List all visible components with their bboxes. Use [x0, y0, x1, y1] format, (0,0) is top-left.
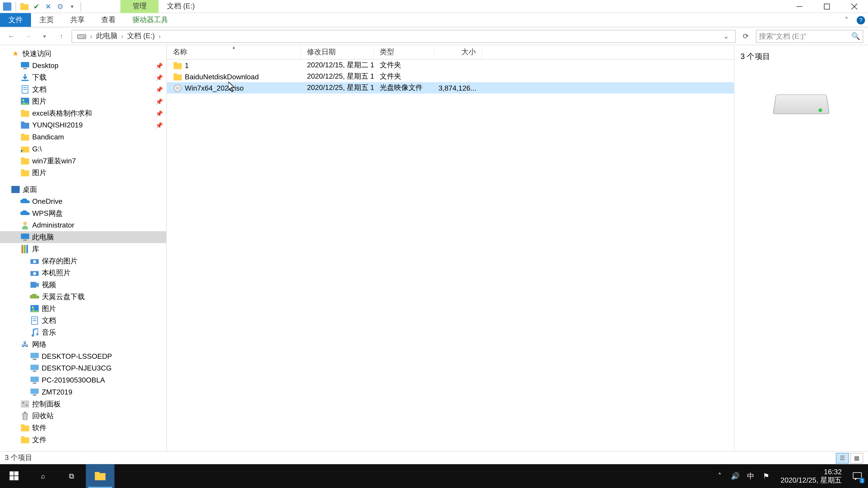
nav-item[interactable]: DESKTOP-LSSOEDP — [0, 350, 166, 362]
chevron-right-icon[interactable]: › — [157, 32, 162, 40]
volume-icon[interactable]: 🔊 — [731, 471, 740, 481]
file-list: ▴ 名称 修改日期 类型 大小 12020/12/15, 星期二 1...文件夹… — [167, 45, 734, 451]
forward-button[interactable]: → — [22, 30, 35, 43]
history-dropdown[interactable]: ▾ — [38, 30, 51, 43]
view-details-button[interactable]: ☰ — [836, 453, 849, 463]
nav-item[interactable]: 视频 — [0, 279, 166, 291]
view-thumbnails-button[interactable]: ▦ — [850, 453, 863, 463]
nav-item[interactable]: 保存的图片 — [0, 255, 166, 267]
nav-item[interactable]: OneDrive — [0, 195, 166, 207]
context-tab[interactable]: 管理 — [121, 0, 159, 13]
breadcrumb-drive-icon[interactable] — [74, 33, 89, 40]
nav-item[interactable]: 控制面板 — [0, 398, 166, 410]
control-icon — [20, 399, 30, 409]
column-date[interactable]: 修改日期 — [301, 45, 374, 59]
nav-item[interactable]: 下载📌 — [0, 71, 166, 84]
breadcrumb[interactable]: › 此电脑 › 文档 (E:) › ⌄ — [71, 30, 736, 43]
nav-item[interactable]: 库 — [0, 243, 166, 255]
tab-file[interactable]: 文件 — [0, 13, 31, 27]
nav-desktop[interactable]: 桌面 — [0, 184, 166, 195]
nav-item[interactable]: 文档📌 — [0, 84, 166, 95]
chevron-right-icon[interactable]: › — [120, 32, 125, 40]
breadcrumb-segment-current[interactable]: 文档 (E:) — [125, 31, 157, 41]
nav-item[interactable]: 回收站 — [0, 410, 166, 422]
column-size[interactable]: 大小 — [435, 45, 483, 59]
maximize-button[interactable] — [813, 0, 840, 13]
tab-view[interactable]: 查看 — [93, 13, 124, 27]
ribbon-collapse-button[interactable]: ˄ — [839, 13, 854, 27]
help-button[interactable]: ? — [854, 13, 868, 27]
search-icon[interactable]: 🔍 — [851, 32, 860, 40]
address-bar: ← → ▾ ↑ › 此电脑 › 文档 (E:) › ⌄ ⟳ 🔍 — [0, 27, 868, 45]
gear-icon[interactable]: ⚙ — [55, 2, 65, 11]
ime-indicator[interactable]: 中 — [746, 471, 755, 481]
svg-rect-26 — [21, 170, 29, 176]
taskbar-explorer[interactable] — [86, 464, 115, 488]
window-controls — [786, 0, 868, 13]
breadcrumb-segment-root[interactable]: 此电脑 — [94, 31, 120, 41]
tab-home[interactable]: 主页 — [31, 13, 62, 27]
nav-item[interactable]: excel表格制作求和📌 — [0, 107, 166, 119]
back-button[interactable]: ← — [5, 30, 18, 43]
nav-item[interactable]: 图片 — [0, 167, 166, 179]
nav-quick-access[interactable]: ★ 快速访问 — [0, 48, 166, 60]
minimize-button[interactable] — [786, 0, 813, 13]
svg-rect-10 — [23, 68, 27, 69]
file-row[interactable]: BaiduNetdiskDownload2020/12/25, 星期五 1...… — [167, 71, 734, 82]
nav-item[interactable]: Administrator — [0, 219, 166, 231]
sort-ascending-icon: ▴ — [232, 45, 235, 50]
nav-item[interactable]: WPS网盘 — [0, 207, 166, 219]
tab-drive-tools[interactable]: 驱动器工具 — [124, 13, 177, 27]
nav-item[interactable]: DESKTOP-NJEU3CG — [0, 362, 166, 375]
chevron-right-icon[interactable]: › — [89, 32, 94, 40]
svg-rect-51 — [33, 370, 36, 372]
nav-item[interactable]: 文件 — [0, 434, 166, 446]
taskbar-clock[interactable]: 16:32 2020/12/25, 星期五 — [777, 467, 845, 485]
svg-rect-52 — [31, 377, 39, 382]
nav-item[interactable]: G:\ — [0, 143, 166, 155]
nav-item[interactable]: PC-20190530OBLA — [0, 374, 166, 386]
file-row[interactable]: 12020/12/15, 星期二 1...文件夹 — [167, 60, 734, 71]
nav-item[interactable]: 天翼云盘下载 — [0, 291, 166, 303]
navigation-pane[interactable]: ★ 快速访问 Desktop📌下载📌文档📌图片📌excel表格制作求和📌YUNQ… — [0, 45, 167, 451]
nav-item[interactable]: 音乐 — [0, 326, 166, 338]
task-view-button[interactable]: ⧉ — [57, 464, 86, 488]
checkmark-icon[interactable]: ✔ — [32, 2, 41, 11]
pin-icon: 📌 — [156, 110, 163, 117]
x-icon[interactable]: ✕ — [43, 2, 53, 11]
nav-item[interactable]: 软件 — [0, 422, 166, 434]
chevron-down-icon[interactable]: ▾ — [67, 2, 77, 11]
column-name[interactable]: ▴ 名称 — [167, 45, 301, 59]
folder-icon — [20, 423, 30, 433]
nav-item[interactable]: 图片 — [0, 303, 166, 315]
refresh-button[interactable]: ⟳ — [739, 30, 752, 43]
search-button[interactable]: ⌕ — [29, 464, 57, 488]
svg-rect-31 — [21, 234, 29, 239]
nav-item[interactable]: 图片📌 — [0, 95, 166, 107]
tray-overflow-button[interactable]: ˄ — [715, 471, 724, 481]
column-type[interactable]: 类型 — [374, 45, 435, 59]
nav-item[interactable]: Desktop📌 — [0, 60, 166, 72]
star-icon: ★ — [11, 49, 20, 58]
file-row[interactable]: Win7x64_2020.iso2020/12/25, 星期五 1...光盘映像… — [167, 82, 734, 94]
search-input[interactable] — [759, 32, 851, 40]
folder-icon[interactable] — [20, 2, 29, 11]
action-center-button[interactable]: 3 — [851, 470, 863, 482]
nav-item[interactable]: Bandicam — [0, 131, 166, 143]
nav-item[interactable]: 文档 — [0, 315, 166, 327]
nav-item[interactable]: 此电脑 — [0, 231, 166, 243]
security-icon[interactable]: ⚑ — [762, 471, 771, 481]
nav-network[interactable]: 🖧 网络 — [0, 338, 166, 350]
tab-share[interactable]: 共享 — [62, 13, 93, 27]
close-button[interactable] — [841, 0, 868, 13]
nav-item[interactable]: ZMT2019 — [0, 386, 166, 398]
nav-item[interactable]: win7重装win7 — [0, 155, 166, 167]
nav-label: 视频 — [42, 280, 56, 290]
nav-item[interactable]: 本机照片 — [0, 267, 166, 279]
start-button[interactable] — [0, 464, 29, 488]
up-button[interactable]: ↑ — [55, 30, 68, 43]
cell-type: 光盘映像文件 — [374, 82, 435, 94]
search-box[interactable]: 🔍 — [756, 30, 863, 43]
nav-item[interactable]: YUNQISHI2019📌 — [0, 119, 166, 131]
breadcrumb-dropdown[interactable]: ⌄ — [719, 32, 733, 40]
